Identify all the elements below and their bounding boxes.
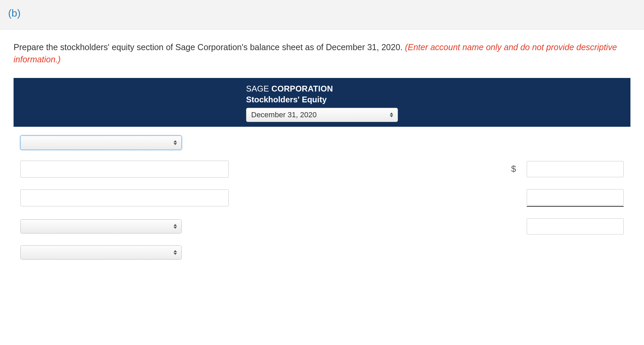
row-account-1: $: [20, 161, 624, 178]
row-select-1: [20, 135, 624, 150]
question-header: (b): [0, 0, 644, 29]
currency-symbol: $: [511, 164, 525, 174]
company-name-first: SAGE: [246, 84, 271, 93]
account-name-input-2[interactable]: [20, 189, 229, 206]
date-select-wrap: [246, 108, 398, 122]
subtotal-underline: [527, 189, 624, 207]
part-label: (b): [8, 7, 21, 19]
amount-input-3[interactable]: [527, 218, 624, 235]
category-select-1[interactable]: [20, 136, 182, 150]
section-title: Stockholders' Equity: [246, 95, 398, 104]
amount-input-1[interactable]: [527, 161, 624, 177]
row-select-2: [20, 218, 624, 235]
company-name-last: CORPORATION: [271, 84, 333, 93]
category-select-3[interactable]: [20, 245, 182, 260]
sheet-header: SAGE CORPORATION Stockholders' Equity: [14, 78, 630, 127]
sheet-rows: $: [14, 127, 630, 260]
amount-input-2[interactable]: [527, 189, 624, 205]
question-content: Prepare the stockholders' equity section…: [0, 29, 644, 282]
category-select-1-wrap: [20, 136, 182, 150]
instruction-text: Prepare the stockholders' equity section…: [14, 41, 630, 66]
row-account-2: [20, 189, 624, 207]
instruction-main: Prepare the stockholders' equity section…: [14, 42, 405, 52]
date-select[interactable]: [246, 108, 398, 122]
row-select-3: [20, 245, 624, 260]
account-name-input-1[interactable]: [20, 161, 229, 178]
company-name: SAGE CORPORATION: [246, 84, 398, 94]
category-select-2-wrap: [20, 219, 182, 234]
category-select-2[interactable]: [20, 219, 182, 234]
category-select-3-wrap: [20, 245, 182, 260]
balance-sheet: SAGE CORPORATION Stockholders' Equity: [14, 78, 630, 260]
